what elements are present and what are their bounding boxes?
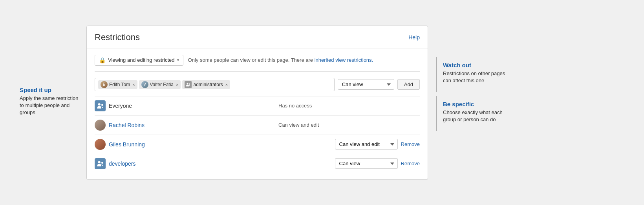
row-identity: Rachel Robins — [95, 120, 278, 131]
row-identity: Giles Brunning — [95, 139, 335, 150]
left-annotation-title: Speed it up — [20, 87, 82, 93]
tag-valter: VValter Fatia× — [139, 80, 181, 89]
row-identity: Everyone — [95, 100, 278, 111]
panel-header: Restrictions Help — [87, 26, 428, 48]
tag-remove-edith[interactable]: × — [132, 82, 135, 87]
help-link[interactable]: Help — [408, 34, 420, 41]
tag-remove-administrators[interactable]: × — [225, 82, 228, 87]
be-specific-text: Choose exactly what each group or person… — [443, 109, 514, 123]
add-button[interactable]: Add — [397, 79, 420, 90]
left-annotation: Speed it up Apply the same restriction t… — [20, 87, 82, 116]
list-item: Giles Brunning Can view Can view and edi… — [95, 135, 420, 154]
watch-out-title: Watch out — [443, 62, 514, 68]
giles-permission-select[interactable]: Can view Can view and edit — [335, 139, 398, 150]
row-actions: Can view Can view and edit Remove — [335, 139, 420, 150]
tag-avatar-edith: E — [101, 81, 108, 88]
list-item: Rachel Robins Can view and edit — [95, 116, 420, 135]
svg-point-2 — [98, 103, 101, 105]
list-item: Everyone Has no access — [95, 96, 420, 116]
avatar — [95, 120, 106, 131]
restriction-type-dropdown[interactable]: 🔒 Viewing and editing restricted ▾ — [95, 55, 183, 66]
svg-point-5 — [101, 162, 103, 164]
inherited-link[interactable]: inherited view restrictions. — [315, 57, 373, 63]
restriction-type-label: Viewing and editing restricted — [108, 57, 175, 63]
watch-out-annotation: Watch out Restrictions on other pages ca… — [436, 57, 514, 92]
tag-avatar-administrators — [185, 81, 192, 88]
svg-point-4 — [98, 161, 101, 163]
developers-remove-button[interactable]: Remove — [401, 161, 420, 166]
tag-edith: EEdith Tom× — [98, 80, 137, 89]
avatar — [95, 100, 106, 111]
restriction-description: Only some people can view or edit this p… — [188, 57, 420, 63]
add-users-row: EEdith Tom×VValter Fatia×administrators×… — [95, 78, 420, 96]
people-list: Everyone Has no access Rachel Robins Can… — [95, 96, 420, 173]
row-actions: Can view Can view and edit Remove — [335, 158, 420, 169]
tag-administrators: administrators× — [182, 80, 230, 89]
left-annotation-text: Apply the same restriction to multiple p… — [20, 95, 82, 116]
avatar — [95, 158, 106, 169]
row-name: Everyone — [109, 103, 132, 109]
restriction-bar: 🔒 Viewing and editing restricted ▾ Only … — [95, 55, 420, 72]
row-access-text: Has no access — [278, 103, 349, 109]
row-name[interactable]: Giles Brunning — [109, 141, 145, 148]
developers-permission-select[interactable]: Can view Can view and edit — [335, 158, 398, 169]
tag-avatar-valter: V — [141, 81, 148, 88]
svg-point-0 — [187, 83, 188, 84]
row-identity: developers — [95, 158, 335, 169]
be-specific-title: Be specific — [443, 101, 514, 107]
watch-out-text: Restrictions on other pages can affect t… — [443, 70, 514, 84]
list-item: developers Can view Can view and edit Re… — [95, 154, 420, 173]
row-access-text: Can view and edit — [278, 122, 349, 128]
chevron-down-icon: ▾ — [177, 58, 179, 62]
svg-point-3 — [101, 104, 103, 106]
panel-title: Restrictions — [95, 32, 140, 42]
svg-point-1 — [189, 83, 190, 85]
add-permission-select[interactable]: Can view Can view and edit — [338, 79, 394, 90]
row-name[interactable]: developers — [109, 161, 136, 167]
right-annotations: Watch out Restrictions on other pages ca… — [436, 26, 514, 135]
panel-body: 🔒 Viewing and editing restricted ▾ Only … — [87, 48, 428, 179]
restrictions-panel: Restrictions Help 🔒 Viewing and editing … — [86, 26, 428, 180]
avatar — [95, 139, 106, 150]
giles-remove-button[interactable]: Remove — [401, 141, 420, 147]
lock-icon: 🔒 — [99, 57, 106, 63]
be-specific-annotation: Be specific Choose exactly what each gro… — [436, 96, 514, 131]
row-name[interactable]: Rachel Robins — [109, 122, 145, 128]
user-group-input[interactable]: EEdith Tom×VValter Fatia×administrators× — [95, 78, 335, 91]
tag-remove-valter[interactable]: × — [176, 82, 178, 87]
